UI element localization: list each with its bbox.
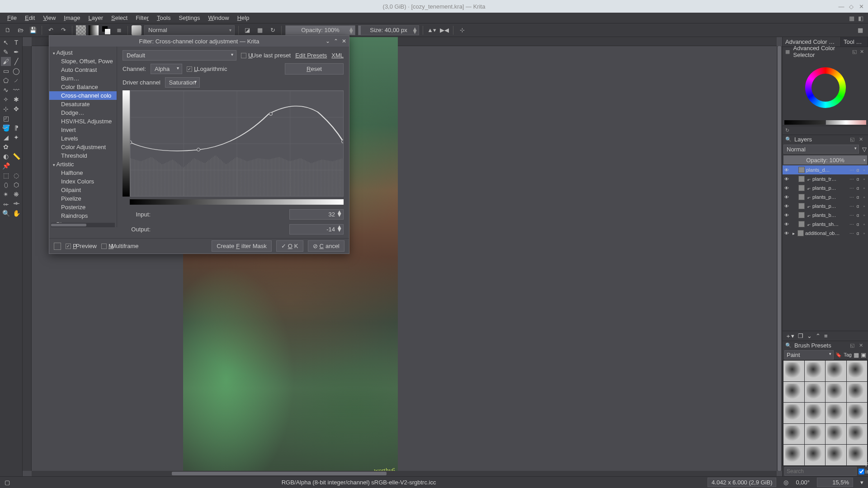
tree-item[interactable]: Dodge…	[49, 108, 117, 117]
scrollbar-vertical[interactable]	[777, 46, 782, 471]
dynamic-brush-tool-icon[interactable]: ✧	[1, 95, 11, 104]
tree-item[interactable]: Slope, Offset, Powe	[49, 57, 117, 66]
add-layer-icon[interactable]: ＋▾	[785, 332, 794, 340]
layer-lock-icon[interactable]: ▫	[862, 168, 867, 173]
select-magnetic-tool-icon[interactable]: ⬲	[11, 199, 21, 208]
layer-lock-icon[interactable]: ▫	[862, 213, 867, 218]
layers-close-icon[interactable]: ✕	[859, 136, 865, 143]
layer-lock-icon[interactable]: ▫	[862, 204, 867, 209]
layer-alpha-icon[interactable]: α	[855, 222, 860, 227]
tree-item[interactable]: Pixelize	[49, 194, 117, 203]
layer-dots-icon[interactable]: ⋯	[849, 213, 854, 218]
layer-row[interactable]: 👁plants_d…⋯α▫	[783, 165, 868, 174]
visibility-icon[interactable]: 👁	[784, 195, 789, 200]
layer-row[interactable]: 👁⬐plants_b…⋯α▫	[783, 211, 868, 220]
curve-editor[interactable]	[123, 90, 344, 197]
brush-preset[interactable]	[847, 424, 868, 445]
tree-item[interactable]: Threshold	[49, 151, 117, 160]
multiframe-checkbox[interactable]: MMultiframe	[101, 243, 139, 249]
new-file-icon[interactable]: 🗋	[3, 25, 13, 35]
tag-icon[interactable]: 🔖	[835, 352, 842, 358]
tree-cat-adjust[interactable]: Adjust	[49, 48, 117, 57]
fill-tool-icon[interactable]: 🪣	[1, 123, 11, 132]
dialog-up-icon[interactable]: ⌃	[334, 38, 338, 44]
tree-item[interactable]: Raindrops	[49, 211, 117, 220]
layer-row[interactable]: 👁⬐plants_p…⋯α▫	[783, 202, 868, 211]
measure-tool-icon[interactable]: 📏	[11, 152, 21, 161]
calligraphy-tool-icon[interactable]: ✒	[11, 47, 21, 56]
status-zoom-arrow-icon[interactable]: ▾	[860, 479, 863, 486]
move-up-icon[interactable]: ⌃	[816, 333, 821, 339]
layer-blend-combo[interactable]: Normal	[783, 145, 859, 154]
layer-lock-icon[interactable]: ▫	[862, 186, 867, 191]
close-icon[interactable]: ✕	[858, 3, 864, 9]
ok-button[interactable]: ✓ OK	[276, 240, 303, 252]
line-tool-icon[interactable]: ╱	[11, 57, 21, 66]
undo-icon[interactable]: ↶	[46, 25, 56, 35]
visibility-icon[interactable]: 👁	[784, 231, 789, 236]
logarithmic-checkbox[interactable]: ✓LLogarithmic	[187, 66, 227, 72]
select-bezier-tool-icon[interactable]: ⬰	[1, 199, 11, 208]
workspace-icon[interactable]: ▦	[849, 15, 855, 21]
freehand-path-tool-icon[interactable]: 〰	[11, 85, 21, 94]
rect-tool-icon[interactable]: ▭	[1, 66, 11, 75]
layer-props-icon[interactable]: ≡	[824, 333, 828, 339]
redo-icon[interactable]: ↷	[58, 25, 68, 35]
layers-float-icon[interactable]: ◱	[850, 136, 856, 143]
use-last-preset-checkbox[interactable]: UUse last preset	[241, 52, 291, 59]
color-history[interactable]	[783, 119, 868, 126]
layers-refresh-icon[interactable]: ↻	[785, 127, 792, 134]
layer-filter-icon[interactable]: ▽	[861, 146, 868, 153]
brush-preset[interactable]	[847, 361, 868, 381]
save-file-icon[interactable]: 💾	[28, 25, 38, 35]
edit-presets-link[interactable]: Edit Presets	[295, 52, 327, 59]
visibility-icon[interactable]: 👁	[784, 177, 789, 182]
layer-alpha-icon[interactable]: α	[855, 186, 860, 191]
menu-edit[interactable]: Edit	[21, 14, 38, 22]
tree-item[interactable]: Color Adjustment	[49, 143, 117, 151]
channel-combo[interactable]: Alpha	[151, 64, 182, 74]
sv-triangle[interactable]	[815, 78, 836, 97]
layer-dots-icon[interactable]: ⋯	[849, 195, 854, 200]
brush-preset[interactable]	[826, 382, 846, 403]
brush-preset[interactable]	[783, 424, 804, 445]
layer-row[interactable]: 👁⬐plants_p…⋯α▫	[783, 183, 868, 192]
visibility-icon[interactable]: 👁	[784, 213, 789, 218]
color-dock-float-icon[interactable]: ◱	[852, 48, 858, 55]
preset-combo[interactable]: Default	[123, 50, 236, 61]
curve-plot[interactable]	[130, 90, 344, 197]
dialog-collapse-icon[interactable]: ⌄	[326, 38, 330, 44]
layer-dots-icon[interactable]: ⋯	[849, 204, 854, 209]
presets-menu-icon[interactable]: 🔍	[785, 343, 792, 349]
shape-edit-tool-icon[interactable]: ✎	[1, 47, 11, 56]
brush-preset[interactable]	[826, 445, 846, 465]
create-filter-mask-button[interactable]: Create Filter Mask	[212, 240, 272, 252]
tree-item[interactable]: Burn…	[49, 74, 117, 83]
select-contig-tool-icon[interactable]: ✴	[1, 190, 11, 199]
color-dock-menu-icon[interactable]: ▦	[785, 48, 791, 55]
reload-icon[interactable]: ↻	[268, 25, 278, 35]
gradient-swatch[interactable]	[89, 25, 99, 35]
pan-tool-icon[interactable]: ✋	[11, 209, 21, 218]
driver-combo[interactable]: Saturation	[165, 77, 200, 88]
xml-link[interactable]: XML	[331, 52, 344, 59]
brush-preset[interactable]	[783, 445, 804, 465]
mirror-h-icon[interactable]: ▲▾	[427, 25, 437, 35]
preset-pin-icon[interactable]: ▣	[861, 352, 866, 358]
brush-preset[interactable]	[847, 445, 868, 465]
layer-lock-icon[interactable]: ▫	[862, 177, 867, 182]
group-icon[interactable]: ▸	[791, 231, 796, 236]
brush-preview[interactable]	[132, 25, 142, 35]
minimize-icon[interactable]: —	[838, 3, 844, 9]
gradient-tool-icon[interactable]: ◢	[1, 133, 11, 142]
brush-preset[interactable]	[826, 424, 846, 445]
menu-image[interactable]: Image	[60, 14, 84, 22]
tree-item[interactable]: Auto Contrast	[49, 66, 117, 74]
preview-thumb-icon[interactable]	[54, 243, 61, 250]
polygon-tool-icon[interactable]: ⬠	[1, 76, 11, 85]
alpha-lock-icon[interactable]: ▦	[255, 25, 265, 35]
move-down-icon[interactable]: ⌄	[807, 333, 812, 339]
layer-row[interactable]: 👁⬐plants_p…⋯α▫	[783, 192, 868, 202]
reset-button[interactable]: Reset	[285, 63, 344, 75]
layer-alpha-icon[interactable]: α	[855, 195, 860, 200]
